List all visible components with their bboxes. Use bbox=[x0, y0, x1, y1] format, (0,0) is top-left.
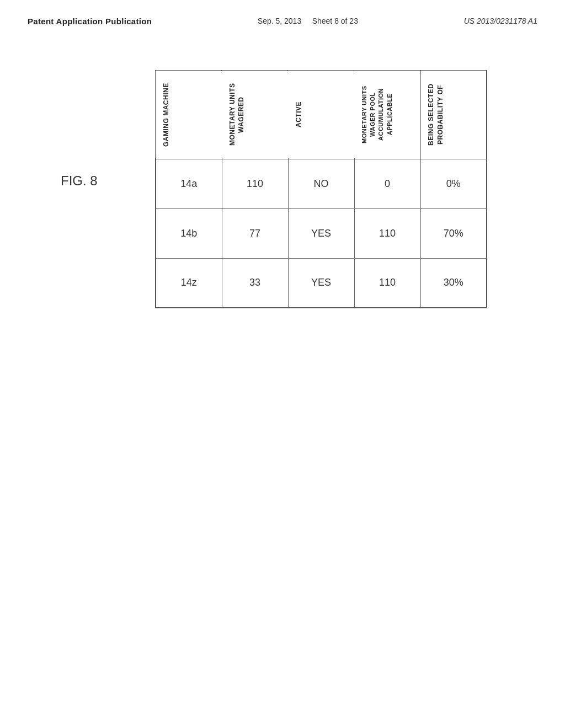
header-center: Sep. 5, 2013 Sheet 8 of 23 bbox=[258, 17, 358, 25]
table-row: 14a 110 NO 0 0% bbox=[156, 159, 487, 208]
col-header-wagered-monetary-units: WAGERED MONETARY UNITS bbox=[222, 71, 288, 159]
figure-label: FIG. 8 bbox=[61, 173, 98, 188]
cell-wagered-units-1: 110 bbox=[222, 159, 288, 208]
data-table-wrapper: GAMING MACHINE WAGERED MONETARY UNITS AC… bbox=[155, 70, 487, 308]
cell-probability-3: 30% bbox=[420, 258, 487, 308]
cell-gaming-machine-2: 14b bbox=[156, 208, 222, 258]
page-header: Patent Application Publication Sep. 5, 2… bbox=[28, 17, 537, 26]
sheet-number: Sheet 8 of 23 bbox=[312, 17, 358, 25]
table-body: 14a 110 NO 0 0% 14b 77 YES 110 70% 1 bbox=[156, 159, 487, 308]
header-row: GAMING MACHINE WAGERED MONETARY UNITS AC… bbox=[156, 71, 487, 159]
cell-wagered-units-2: 77 bbox=[222, 208, 288, 258]
col-header-active: ACTIVE bbox=[288, 71, 354, 159]
cell-accumulation-3: 110 bbox=[354, 258, 420, 308]
col-header-probability: PROBABILITY OF BEING SELECTED bbox=[420, 71, 487, 159]
figure-section: FIG. 8 GAMING MACHINE WAGERED MONETARY U… bbox=[28, 53, 537, 308]
table-header: GAMING MACHINE WAGERED MONETARY UNITS AC… bbox=[156, 71, 487, 159]
cell-wagered-units-3: 33 bbox=[222, 258, 288, 308]
data-table: GAMING MACHINE WAGERED MONETARY UNITS AC… bbox=[155, 70, 487, 308]
publication-label: Patent Application Publication bbox=[28, 17, 152, 26]
page: Patent Application Publication Sep. 5, 2… bbox=[0, 0, 565, 728]
cell-active-3: YES bbox=[288, 258, 354, 308]
cell-probability-1: 0% bbox=[420, 159, 487, 208]
cell-accumulation-2: 110 bbox=[354, 208, 420, 258]
cell-accumulation-1: 0 bbox=[354, 159, 420, 208]
cell-probability-2: 70% bbox=[420, 208, 487, 258]
table-row: 14b 77 YES 110 70% bbox=[156, 208, 487, 258]
publication-date: Sep. 5, 2013 bbox=[258, 17, 301, 25]
col-header-gaming-machine: GAMING MACHINE bbox=[156, 71, 222, 159]
table-row: 14z 33 YES 110 30% bbox=[156, 258, 487, 308]
cell-active-1: NO bbox=[288, 159, 354, 208]
cell-gaming-machine-1: 14a bbox=[156, 159, 222, 208]
col-header-applicable-accumulation: APPLICABLE ACCUMULATION WAGER POOL MONET… bbox=[354, 71, 420, 159]
patent-number: US 2013/0231178 A1 bbox=[464, 17, 537, 25]
cell-active-2: YES bbox=[288, 208, 354, 258]
cell-gaming-machine-3: 14z bbox=[156, 258, 222, 308]
